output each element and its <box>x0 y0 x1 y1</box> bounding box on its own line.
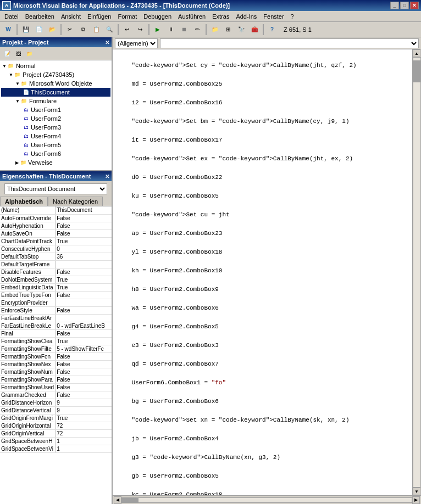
vertical-scrollbar[interactable]: ▲ ▼ <box>412 49 421 495</box>
help-button[interactable]: ? <box>266 24 278 36</box>
code-editor[interactable]: "code-keyword">Set cy = "code-keyword">C… <box>113 49 412 495</box>
property-value[interactable] <box>56 314 112 322</box>
word-icon-btn[interactable]: W <box>2 24 14 36</box>
property-row[interactable]: FarEastLineBreaklAr <box>0 314 112 322</box>
tree-item-word-objects[interactable]: ▼ 📁 Microsoft Word Objekte <box>1 79 110 88</box>
property-value[interactable] <box>56 299 112 306</box>
redo-button[interactable]: ↪ <box>134 24 146 36</box>
property-value[interactable]: False <box>56 329 112 337</box>
copy-button[interactable]: ⧉ <box>77 24 89 36</box>
expand-normal[interactable]: ▼ <box>2 64 7 69</box>
tab-alphabetisch[interactable]: Alphabetisch <box>0 197 48 206</box>
property-row[interactable]: GrammarCheckedFalse <box>0 391 112 399</box>
property-row[interactable]: AutoFormatOverrideFalse <box>0 214 112 222</box>
menu-format[interactable]: Format <box>114 12 140 21</box>
property-value[interactable]: False <box>56 291 112 299</box>
property-row[interactable]: FormattingShowUsedFalse <box>0 383 112 391</box>
property-row[interactable]: FormattingShowCleaTrue <box>0 337 112 345</box>
menu-bearbeiten[interactable]: Bearbeiten <box>22 12 58 21</box>
open-button[interactable]: 📂 <box>46 24 58 36</box>
scroll-down-button[interactable]: ▼ <box>413 488 420 495</box>
property-value[interactable]: False <box>56 391 112 399</box>
expand-formulare[interactable]: ▼ <box>15 99 20 104</box>
menu-help[interactable]: ? <box>287 12 297 21</box>
property-value[interactable]: ThisDocument <box>56 206 112 214</box>
pause-button[interactable]: ⏸ <box>165 24 177 36</box>
code-procedure-dropdown[interactable] <box>160 38 419 48</box>
property-value[interactable]: 9 <box>56 399 112 406</box>
tree-item-userform4[interactable]: 🗂 UserForm4 <box>1 132 110 141</box>
tab-nach-kategorien[interactable]: Nach Kategorien <box>48 197 103 206</box>
new-button[interactable]: 📄 <box>33 24 45 36</box>
property-value[interactable]: False <box>56 368 112 376</box>
property-row[interactable]: EmbedLinguisticDataTrue <box>0 283 112 291</box>
property-row[interactable]: FormattingShowFonFalse <box>0 352 112 360</box>
property-row[interactable]: FormattingShowFilte5 - wdShowFilterFc <box>0 345 112 352</box>
tree-item-userform2[interactable]: 🗂 UserForm2 <box>1 114 110 123</box>
project-close-button[interactable]: ✕ <box>105 40 109 46</box>
tree-item-userform1[interactable]: 🗂 UserForm1 <box>1 105 110 114</box>
h-scroll-track[interactable] <box>121 497 412 503</box>
properties-object-dropdown[interactable]: ThisDocument Document <box>4 183 107 194</box>
minimize-button[interactable]: _ <box>390 2 399 9</box>
toolbox-button[interactable]: 🧰 <box>248 24 261 36</box>
find-button[interactable]: 🔍 <box>103 24 115 36</box>
property-row[interactable]: DisableFeaturesFalse <box>0 268 112 276</box>
toggle-folders-button[interactable]: 📁 <box>24 49 34 59</box>
property-row[interactable]: GridOriginVertical72 <box>0 429 112 437</box>
property-value[interactable]: False <box>56 376 112 383</box>
property-value[interactable]: False <box>56 352 112 360</box>
property-value[interactable]: False <box>56 222 112 229</box>
property-value[interactable]: False <box>56 214 112 222</box>
property-row[interactable]: GridOriginFromMargiTrue <box>0 414 112 422</box>
property-value[interactable]: False <box>56 306 112 314</box>
property-value[interactable]: 1 <box>56 445 112 452</box>
scroll-right-button[interactable]: ▶ <box>412 496 420 504</box>
tree-item-verweise[interactable]: ▶ 📁 Verweise <box>1 158 110 167</box>
property-row[interactable]: GridSpaceBetweenH1 <box>0 437 112 445</box>
property-row[interactable]: EncryptionProvider <box>0 299 112 306</box>
property-value[interactable]: 72 <box>56 422 112 429</box>
stop-button[interactable]: ⏹ <box>178 24 190 36</box>
menu-addins[interactable]: Add-Ins <box>232 12 260 21</box>
h-scroll-thumb[interactable] <box>122 498 139 502</box>
property-row[interactable]: GridDistanceHorizon9 <box>0 399 112 406</box>
property-value[interactable]: False <box>56 383 112 391</box>
expand-word-objects[interactable]: ▼ <box>15 81 20 86</box>
property-row[interactable]: AutoHyphenationFalse <box>0 222 112 229</box>
save-button[interactable]: 💾 <box>20 24 32 36</box>
property-value[interactable]: True <box>56 414 112 422</box>
property-value[interactable]: 36 <box>56 253 112 260</box>
property-value[interactable]: 0 - wdFarEastLineB <box>56 322 112 329</box>
close-button[interactable]: ✕ <box>410 2 419 9</box>
menu-debuggen[interactable]: Debuggen <box>140 12 175 21</box>
object-browser-button[interactable]: 🔭 <box>235 24 247 36</box>
property-row[interactable]: DefaultTabStop36 <box>0 253 112 260</box>
property-row[interactable]: FinalFalse <box>0 329 112 337</box>
tree-item-formulare[interactable]: ▼ 📁 Formulare <box>1 97 110 105</box>
property-row[interactable]: DefaultTargetFrame <box>0 260 112 268</box>
property-value[interactable]: True <box>56 337 112 345</box>
properties-close-button[interactable]: ✕ <box>105 173 109 180</box>
property-row[interactable]: GridDistanceVertical9 <box>0 406 112 414</box>
menu-einfuegen[interactable]: Einfügen <box>84 12 114 21</box>
expand-project[interactable]: ▼ <box>9 72 13 77</box>
property-row[interactable]: DoNotEmbedSystemTrue <box>0 276 112 283</box>
maximize-button[interactable]: □ <box>400 2 409 9</box>
property-row[interactable]: AutoSaveOnFalse <box>0 229 112 237</box>
property-row[interactable]: FormattingShowNexFalse <box>0 360 112 368</box>
property-value[interactable]: False <box>56 229 112 237</box>
property-value[interactable]: 72 <box>56 429 112 437</box>
property-value[interactable]: True <box>56 237 112 245</box>
property-row[interactable]: FormattingShowNumFalse <box>0 368 112 376</box>
run-button[interactable]: ▶ <box>152 24 164 36</box>
tree-item-userform6[interactable]: 🗂 UserForm6 <box>1 149 110 158</box>
tree-item-project[interactable]: ▼ 📁 Project (Z4730435) <box>1 70 110 79</box>
v-scroll-thumb[interactable] <box>413 60 420 82</box>
view-code-button[interactable]: 📝 <box>2 49 12 59</box>
properties-button[interactable]: ⊞ <box>222 24 234 36</box>
property-value[interactable]: False <box>56 268 112 276</box>
project-explorer-button[interactable]: 📁 <box>209 24 221 36</box>
property-value[interactable]: 1 <box>56 437 112 445</box>
tree-item-userform3[interactable]: 🗂 UserForm3 <box>1 123 110 132</box>
